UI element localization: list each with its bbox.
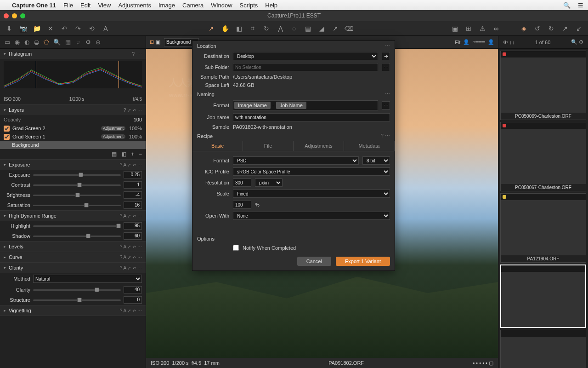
person-icon[interactable]: 👤 [463,39,469,45]
slider-track[interactable] [33,174,121,176]
slider-value[interactable]: 1 [124,181,142,189]
format-select[interactable]: PSD [233,156,359,165]
layer-mask-icon[interactable]: ◧ [121,151,126,157]
overlay-icon[interactable]: ▣ [450,25,459,32]
slider-track[interactable] [33,299,121,301]
bits-select[interactable]: 8 bit [362,156,390,165]
thumbnail[interactable]: PA121904.ORF [500,193,586,263]
filter-icon[interactable]: ⚙ [579,39,583,45]
more-icon[interactable]: ⋯ [382,63,390,71]
slider-value[interactable]: 0 [124,296,142,304]
tab-batch-icon[interactable]: ⊕ [96,39,101,46]
destination-select[interactable]: Desktop [233,52,378,60]
rotate-left-icon[interactable]: ↺ [533,25,542,32]
openwith-select[interactable]: None [233,212,390,220]
menu-icon[interactable]: ⋯ [137,52,142,57]
pan-tool-icon[interactable]: ✋ [220,25,230,32]
resolution-input[interactable] [233,178,251,187]
user-icon[interactable]: 👤 [488,39,494,45]
menu-view[interactable]: View [98,2,111,9]
thumbnail[interactable]: PC050067-Charleston.ORF [500,122,586,191]
slider-value[interactable]: 40 [124,286,142,293]
slider-track[interactable] [33,195,121,196]
close-window-button[interactable] [4,13,9,18]
go-icon[interactable]: ➔ [382,52,390,60]
zoom-window-button[interactable] [20,13,25,18]
annotate-icon[interactable]: A [101,25,110,32]
token-image-name[interactable]: Image Name [234,102,271,109]
subfolder-input[interactable] [233,63,378,71]
tab-library-icon[interactable]: ▭ [5,39,10,46]
menu-extras-icon[interactable]: ☰ [578,2,583,9]
reset-icon[interactable]: ⟲ [87,25,96,32]
levels-header[interactable]: ▸ Levels ? A ⤢ ↶ ⋯ [0,242,146,252]
folder-icon[interactable]: 📁 [32,25,41,32]
mask-tool-icon[interactable]: ▤ [303,25,312,32]
menu-file[interactable]: File [63,2,73,9]
focus-mask-icon[interactable]: ∞ [492,25,501,32]
slider-track[interactable] [33,205,121,206]
cancel-button[interactable]: Cancel [297,257,331,266]
spot-tool-icon[interactable]: ○ [289,25,299,32]
layer-fill-icon[interactable]: ▤ [112,151,117,157]
gradient-tool-icon[interactable]: ◢ [317,25,326,32]
thumbnail[interactable]: PA091802.ORF [500,330,586,368]
more-icon[interactable]: ⋯ [382,101,390,109]
cursor-tool-icon[interactable]: ➚ [207,25,216,32]
tab-metadata[interactable]: Metadata [344,141,395,151]
slider-value[interactable]: 16 [124,201,142,209]
layer-row[interactable]: Grad Screen 2 Adjustment 100% [0,124,146,132]
slider-track[interactable] [33,225,121,227]
fit-label[interactable]: Fit [455,40,460,45]
menu-icon[interactable]: ⋯ [385,133,390,138]
menu-window[interactable]: Window [211,2,232,9]
search-icon[interactable]: 🔍 [563,2,571,9]
brush-tool-icon[interactable]: ↗ [331,25,340,32]
layer-row[interactable]: Background [0,141,146,149]
process-icon[interactable]: ◈ [519,25,528,32]
undo-icon[interactable]: ↶ [60,25,69,32]
slider-track[interactable] [33,289,121,291]
menu-camera[interactable]: Camera [182,2,204,9]
tab-adjustments[interactable]: Adjustments [294,141,344,151]
keystone-tool-icon[interactable]: ⋀ [276,25,285,32]
search-icon[interactable]: 🔍 [571,39,577,45]
menu-adjustments[interactable]: Adjustments [118,2,151,9]
export-button[interactable]: Export 1 Variant [336,257,390,266]
tab-capture-icon[interactable]: ◉ [15,39,20,46]
slider-track[interactable] [33,184,121,186]
tab-output-icon[interactable]: ⚙ [85,39,91,46]
layers-header[interactable]: ▾ Layers ? ⤢ ↶ ⋯ [0,105,146,115]
redo-icon[interactable]: ↷ [74,25,83,32]
tab-file[interactable]: File [243,141,294,151]
slider-value[interactable]: -4 [124,191,142,199]
menu-scripts[interactable]: Scripts [240,2,258,9]
tab-color-icon[interactable]: ◒ [34,39,39,46]
zoom-slider[interactable]: ○━━━ [472,39,485,45]
import-icon[interactable]: ⬇ [5,25,14,32]
tab-lens-icon[interactable]: ◐ [24,39,29,46]
layer-checkbox[interactable] [4,134,10,140]
layer-add-icon[interactable]: + [131,151,134,157]
capture-icon[interactable]: 📷 [18,25,28,32]
opacity-value[interactable]: 100 [134,117,142,122]
exposure-header[interactable]: ▾ Exposure ? A ⤢ ↶ ⋯ [0,160,146,170]
tab-adjustments-icon[interactable]: ▦ [65,39,71,46]
jobname-input[interactable] [233,113,390,121]
slider-track[interactable] [33,236,121,237]
rating-dots[interactable]: • • • • • [473,360,487,366]
menu-edit[interactable]: Edit [80,2,90,9]
rotate-right-icon[interactable]: ↻ [547,25,556,32]
notify-checkbox[interactable] [233,245,239,251]
tab-basic[interactable]: Basic [192,141,243,151]
layer-row[interactable]: Grad Screen 1 Adjustment 100% [0,132,146,141]
histogram-header[interactable]: ▾ Histogram ? ⋯ [0,49,146,59]
scale-value-input[interactable] [233,201,251,209]
slider-value[interactable]: 60 [124,232,142,240]
scale-select[interactable]: Fixed [233,190,390,198]
curve-header[interactable]: ▸ Curve ? A ⤢ ↶ ⋯ [0,252,146,262]
grid-icon[interactable]: ⊞ [464,25,473,32]
method-select[interactable]: Natural [33,275,142,283]
reject-icon[interactable]: ✕ [46,25,55,32]
vignetting-header[interactable]: ▸ Vignetting ? A ⤢ ↶ ⋯ [0,305,146,316]
